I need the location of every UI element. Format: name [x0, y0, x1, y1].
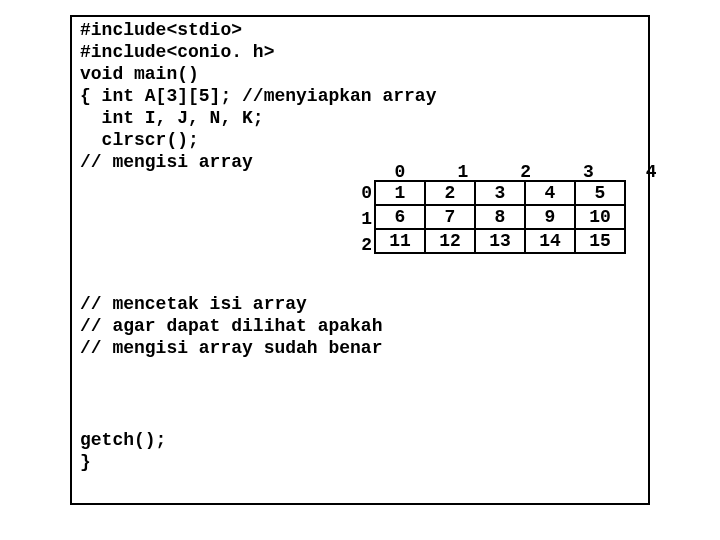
column-headers: 0 1 2 3 4	[374, 162, 677, 182]
row-header-1: 1	[352, 206, 372, 232]
col-header-0: 0	[374, 163, 426, 181]
col-header-4: 4	[625, 163, 677, 181]
array-cell: 7	[425, 205, 475, 229]
code-line-include-conio: #include<conio. h>	[80, 41, 640, 63]
code-line-include-stdio: #include<stdio>	[80, 19, 640, 41]
code-line-mencetak: // mencetak isi array	[80, 293, 640, 315]
array-cell: 10	[575, 205, 625, 229]
array-cell: 2	[425, 181, 475, 205]
array-cell: 15	[575, 229, 625, 253]
array-cell: 8	[475, 205, 525, 229]
code-line-close-brace: }	[80, 451, 640, 473]
col-header-2: 2	[500, 163, 552, 181]
row-header-0: 0	[352, 180, 372, 206]
array-cell: 11	[375, 229, 425, 253]
array-cell: 9	[525, 205, 575, 229]
code-line-decl-ijnk: int I, J, N, K;	[80, 107, 640, 129]
array-cell: 14	[525, 229, 575, 253]
code-line-agar: // agar dapat dilihat apakah	[80, 315, 640, 337]
table-row: 1 2 3 4 5	[375, 181, 625, 205]
row-headers: 0 1 2	[352, 180, 372, 258]
col-header-1: 1	[437, 163, 489, 181]
table-row: 11 12 13 14 15	[375, 229, 625, 253]
array-cell: 13	[475, 229, 525, 253]
array-cell: 1	[375, 181, 425, 205]
code-line-decl-a: { int A[3][5]; //menyiapkan array	[80, 85, 640, 107]
array-cell: 12	[425, 229, 475, 253]
array-cell: 4	[525, 181, 575, 205]
array-cell: 6	[375, 205, 425, 229]
row-header-2: 2	[352, 232, 372, 258]
code-line-void-main: void main()	[80, 63, 640, 85]
code-frame: #include<stdio> #include<conio. h> void …	[70, 15, 650, 505]
table-row: 6 7 8 9 10	[375, 205, 625, 229]
array-cell: 3	[475, 181, 525, 205]
col-header-3: 3	[562, 163, 614, 181]
array-diagram: 0 1 2 3 4 0 1 2 1 2 3 4 5 6 7 8 9 10	[374, 180, 626, 254]
code-line-clrscr: clrscr();	[80, 129, 640, 151]
array-cell: 5	[575, 181, 625, 205]
array-table: 1 2 3 4 5 6 7 8 9 10 11 12 13 14 15	[374, 180, 626, 254]
code-line-getch: getch();	[80, 429, 640, 451]
code-line-mengisi-benar: // mengisi array sudah benar	[80, 337, 640, 359]
